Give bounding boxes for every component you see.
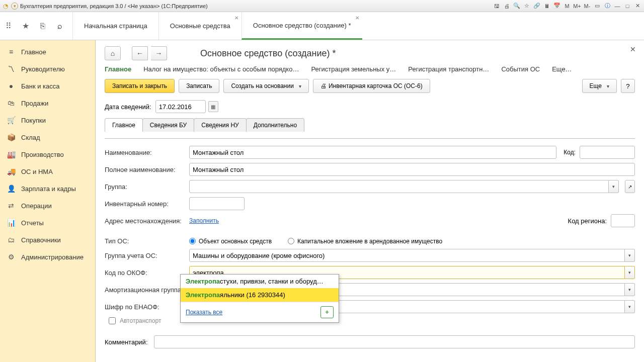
sys-icon[interactable]: 🔍	[512, 2, 521, 10]
subtab-extra[interactable]: Дополнительно	[246, 118, 304, 132]
sys-icon[interactable]: ☆	[522, 2, 531, 10]
invnum-input[interactable]	[189, 197, 245, 210]
tab-asset-create[interactable]: Основное средство (создание) *✕	[242, 12, 362, 40]
search-icon[interactable]: ⌕	[51, 18, 68, 35]
sys-icon[interactable]: ▭	[593, 2, 602, 10]
swap-icon: ⇄	[7, 202, 15, 210]
factory-icon: 🏭	[7, 150, 15, 158]
chevron-down-icon[interactable]: ▾	[625, 300, 635, 313]
sys-icon[interactable]: ⓘ	[603, 2, 612, 10]
subtabs: Главное Сведения БУ Сведения НУ Дополнит…	[105, 118, 635, 132]
copy-icon[interactable]: ⎘	[34, 18, 51, 35]
sidebar-item-purchases[interactable]: 🛒Покупки	[0, 112, 95, 129]
cart-icon: 🛒	[7, 116, 15, 124]
chevron-down-icon[interactable]: ▾	[609, 180, 619, 193]
minimize-icon[interactable]: —	[613, 2, 622, 10]
sys-icon[interactable]: 🖨	[502, 2, 511, 10]
page-tabnav: Главное Налог на имущество: объекты с ос…	[105, 65, 635, 73]
enaof-label: Шифр по ЕНАОФ:	[105, 303, 185, 311]
fullname-input[interactable]	[189, 163, 635, 176]
content: ✕ ⌂ ← → Основное средство (создание) * Г…	[96, 40, 644, 362]
dropdown-item[interactable]: Электропаяльники (16 2930344)	[181, 288, 339, 302]
dropdown-item[interactable]: Электропастухи, привязи, станки и оборуд…	[181, 275, 339, 288]
top-tabs: Начальная страница Основные средства✕ Ос…	[72, 12, 362, 40]
sidebar-item-main[interactable]: ≡Главное	[0, 43, 95, 60]
tab-home[interactable]: Начальная страница	[72, 12, 158, 40]
chevron-down-icon[interactable]: ▾	[625, 249, 635, 262]
bars-icon: 📊	[7, 219, 15, 227]
dropdown-icon[interactable]: ▾	[11, 3, 18, 10]
tabnav-transport[interactable]: Регистрация транспортн…	[408, 65, 489, 73]
create-based-button[interactable]: Создать на основании	[223, 79, 309, 93]
sys-icon[interactable]: 🔗	[532, 2, 541, 10]
star-icon[interactable]: ★	[17, 18, 34, 35]
forward-button[interactable]: →	[151, 46, 167, 60]
tabnav-main[interactable]: Главное	[105, 65, 131, 73]
tabnav-more[interactable]: Еще…	[552, 65, 572, 73]
sidebar-item-assets[interactable]: 🚚ОС и НМА	[0, 163, 95, 180]
sys-icon[interactable]: 🖩	[542, 2, 551, 10]
print-card-button[interactable]: 🖨Инвентарная карточка ОС (ОС-6)	[313, 79, 430, 93]
accgroup-input[interactable]	[189, 249, 625, 262]
close-icon[interactable]: ✕	[234, 15, 238, 21]
tabnav-land[interactable]: Регистрация земельных у…	[311, 65, 396, 73]
chart-icon: 〽	[7, 65, 15, 73]
comment-input[interactable]	[154, 335, 635, 348]
save-close-button[interactable]: Записать и закрыть	[105, 79, 175, 93]
sys-icon[interactable]: M+	[573, 2, 582, 10]
fill-address-link[interactable]: Заполнить	[189, 217, 219, 224]
window-title: Бухгалтерия предприятия, редакция 3.0 / …	[20, 3, 490, 9]
subtab-bu[interactable]: Сведения БУ	[142, 118, 194, 132]
date-input[interactable]	[155, 100, 206, 113]
sidebar-item-operations[interactable]: ⇄Операции	[0, 197, 95, 214]
more-button[interactable]: Еще	[582, 79, 617, 93]
subtab-main[interactable]: Главное	[105, 118, 143, 132]
sys-icon[interactable]: 🖫	[492, 2, 501, 10]
close-icon[interactable]: ✕	[355, 15, 359, 21]
name-input[interactable]	[189, 146, 556, 159]
invnum-label: Инвентарный номер:	[105, 200, 185, 208]
calendar-icon[interactable]: ▦	[208, 101, 218, 112]
sidebar-item-bank[interactable]: ●Банк и касса	[0, 77, 95, 95]
back-button[interactable]: ←	[132, 46, 148, 60]
sys-icon[interactable]: M-	[583, 2, 592, 10]
tab-assets[interactable]: Основные средства✕	[158, 12, 242, 40]
ostype-radio-1[interactable]: Объект основных средств	[189, 238, 272, 245]
help-button[interactable]: ?	[621, 79, 635, 93]
sidebar-item-manager[interactable]: 〽Руководителю	[0, 60, 95, 77]
tabnav-events[interactable]: События ОС	[501, 65, 540, 73]
save-button[interactable]: Записать	[179, 79, 219, 93]
tabnav-tax[interactable]: Налог на имущество: объекты с особым пор…	[143, 65, 299, 73]
add-button[interactable]: +	[320, 306, 334, 318]
content-header: ⌂ ← → Основное средство (создание) *	[105, 46, 635, 60]
sidebar-item-production[interactable]: 🏭Производство	[0, 146, 95, 163]
chevron-down-icon[interactable]: ▾	[625, 266, 635, 279]
sidebar-item-sales[interactable]: 🛍Продажи	[0, 95, 95, 112]
addr-label: Адрес местонахождения:	[105, 217, 185, 225]
sidebar: ≡Главное 〽Руководителю ●Банк и касса 🛍Пр…	[0, 40, 96, 362]
open-ref-icon[interactable]: ↗	[625, 180, 635, 193]
home-button[interactable]: ⌂	[105, 46, 121, 60]
region-input[interactable]	[611, 214, 635, 227]
sys-icon[interactable]: M	[562, 2, 572, 10]
gear-icon: ⚙	[7, 253, 15, 261]
close-icon[interactable]: ✕	[633, 2, 642, 10]
region-label: Код региона:	[568, 217, 607, 225]
sys-icon[interactable]: 📅	[552, 2, 561, 10]
sidebar-item-warehouse[interactable]: 📦Склад	[0, 129, 95, 146]
maximize-icon[interactable]: □	[623, 2, 632, 10]
apps-icon[interactable]: ⠿	[0, 18, 17, 35]
chevron-down-icon[interactable]: ▾	[625, 283, 635, 296]
name-label: Наименование:	[105, 149, 185, 156]
sidebar-item-reports[interactable]: 📊Отчеты	[0, 214, 95, 231]
ostype-radio-2[interactable]: Капитальное вложение в арендованное имущ…	[288, 238, 442, 245]
sidebar-item-admin[interactable]: ⚙Администрирование	[0, 248, 95, 265]
group-input[interactable]	[189, 180, 609, 193]
close-panel-icon[interactable]: ✕	[630, 45, 636, 53]
sidebar-item-refs[interactable]: 🗂Справочники	[0, 231, 95, 248]
auto-checkbox[interactable]: Автотранспорт	[109, 317, 161, 324]
code-input[interactable]	[580, 146, 635, 159]
show-all-link[interactable]: Показать все	[186, 309, 222, 316]
sidebar-item-payroll[interactable]: 👤Зарплата и кадры	[0, 180, 95, 197]
subtab-nu[interactable]: Сведения НУ	[194, 118, 246, 132]
